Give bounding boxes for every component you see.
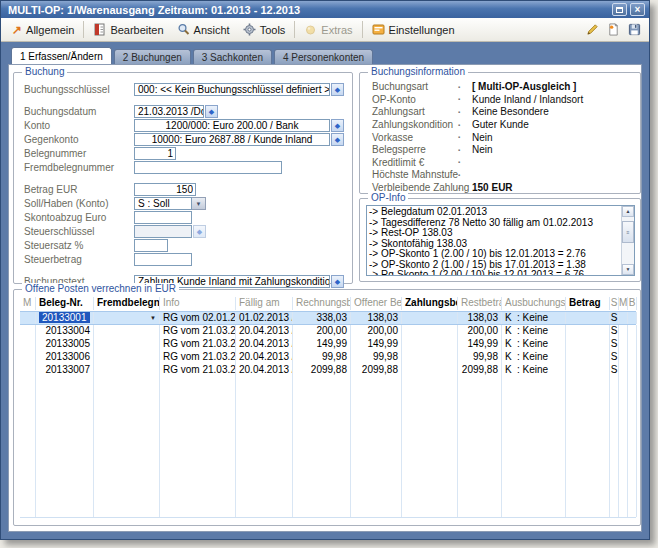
tab-erfassen-aendern[interactable]: 1 Erfassen/Ändern bbox=[11, 47, 112, 64]
buchungsdatum-combo[interactable]: 21.03.2013 /Do ◆ bbox=[134, 105, 218, 118]
col-header-m[interactable]: M bbox=[20, 297, 36, 310]
col-header-offener-betrag[interactable]: Offener Betrag bbox=[351, 297, 402, 310]
cell-zahlungsbetrag[interactable] bbox=[402, 338, 458, 351]
scrollbar-thumb[interactable]: ≡ bbox=[622, 221, 634, 243]
table-row[interactable]: 20133005 RG vom 21.03.2013 20.04.2013 /S… bbox=[20, 338, 636, 351]
cell-fremdbelegnummer[interactable] bbox=[94, 338, 160, 351]
cell-zahlungsbetrag[interactable] bbox=[402, 325, 458, 338]
tab-personenkonten[interactable]: 4 Personenkonten bbox=[274, 49, 373, 64]
lookup-icon[interactable]: ◆ bbox=[331, 275, 344, 288]
equals-icon: ▪ bbox=[458, 145, 472, 155]
fremdbelegnummer-input[interactable] bbox=[134, 161, 282, 174]
new-document-icon[interactable] bbox=[607, 23, 620, 36]
cell-betrag[interactable] bbox=[566, 325, 610, 338]
chevron-down-icon[interactable]: ▼ bbox=[192, 197, 206, 210]
selected-cell-value[interactable]: 20133001 bbox=[39, 312, 90, 323]
cell-fremdbelegnummer[interactable]: ▼ bbox=[94, 312, 160, 324]
col-header-fremdbelegnummer[interactable]: Fremdbelegnummer bbox=[94, 297, 160, 310]
col-header-m2[interactable]: M bbox=[619, 297, 628, 310]
cell-beleg-nr[interactable]: 20133006 bbox=[36, 351, 94, 364]
steuersatz-input[interactable] bbox=[134, 239, 168, 252]
table-row[interactable]: 20133001▼ ▼ RG vom 02.01.2013 01.02.2013… bbox=[20, 311, 636, 325]
cell-fremdbelegnummer[interactable] bbox=[94, 351, 160, 364]
lookup-icon[interactable]: ◆ bbox=[205, 105, 218, 118]
menu-tools[interactable]: Tools bbox=[237, 21, 292, 38]
menu-bearbeiten[interactable]: Bearbeiten bbox=[87, 21, 169, 38]
cell-faellig-am: 20.04.2013 /Sa bbox=[236, 364, 293, 377]
cell-m2 bbox=[619, 338, 628, 351]
op-info-scrollbar[interactable]: ▲ ≡ ▼ bbox=[621, 206, 634, 275]
lookup-icon[interactable]: ◆ bbox=[331, 133, 344, 146]
lookup-icon[interactable]: ◆ bbox=[331, 119, 344, 132]
cell-betrag[interactable] bbox=[566, 351, 610, 364]
cell-beleg-nr[interactable]: 20133005 bbox=[36, 338, 94, 351]
close-button[interactable]: × bbox=[630, 3, 645, 16]
col-header-b[interactable]: B bbox=[628, 297, 637, 310]
group-buchung-title: Buchung bbox=[22, 66, 67, 77]
soll-haben-combo[interactable]: S : Soll ▼ bbox=[134, 197, 206, 210]
col-header-rechnungsbetrag[interactable]: Rechnungsbetrag bbox=[293, 297, 351, 310]
save-icon[interactable] bbox=[628, 23, 641, 36]
binfo-row-op-konto: OP-Konto▪Kunde Inland / Inlandsort bbox=[372, 94, 634, 106]
pen-icon[interactable] bbox=[586, 23, 599, 36]
cell-beleg-nr[interactable]: 20133004 bbox=[36, 325, 94, 338]
col-header-restbetrag[interactable]: Restbetrag bbox=[458, 297, 502, 310]
tab-sachkonten[interactable]: 3 Sachkonten bbox=[193, 49, 272, 64]
menu-extras: Extras bbox=[298, 21, 358, 38]
cell-ausbuchungsart[interactable]: K: Keine bbox=[502, 325, 566, 338]
table-row[interactable]: 20133007 RG vom 21.03.2013 20.04.2013 /S… bbox=[20, 364, 636, 377]
restore-button[interactable] bbox=[612, 3, 627, 16]
binfo-row-zahlungsart: Zahlungsart▪Keine Besondere bbox=[372, 106, 634, 118]
cell-fremdbelegnummer[interactable] bbox=[94, 364, 160, 377]
konto-value[interactable]: 1200/000: Euro 200.00 / Bank bbox=[134, 119, 330, 132]
cell-betrag[interactable] bbox=[566, 338, 610, 351]
col-header-ausbuchungsart[interactable]: Ausbuchungsart bbox=[502, 297, 566, 310]
tab-buchungen[interactable]: 2 Buchungen bbox=[114, 49, 191, 64]
steuerbetrag-input[interactable] bbox=[134, 253, 192, 266]
buchungsdatum-value[interactable]: 21.03.2013 /Do bbox=[134, 105, 204, 118]
table-row[interactable]: 20133004 RG vom 21.03.2013 20.04.2013 /S… bbox=[20, 325, 636, 338]
chevron-down-icon[interactable]: ▼ bbox=[150, 312, 156, 324]
menu-einstellungen[interactable]: Einstellungen bbox=[366, 21, 461, 38]
belegnummer-input[interactable] bbox=[134, 147, 176, 160]
cell-offener-betrag: 149,99 bbox=[351, 338, 402, 351]
cell-zahlungsbetrag[interactable] bbox=[402, 312, 458, 324]
gegenkonto-combo[interactable]: 10000: Euro 2687.88 / Kunde Inland ◆ bbox=[134, 133, 344, 146]
scroll-down-icon[interactable]: ▼ bbox=[622, 264, 634, 275]
cell-fremdbelegnummer[interactable] bbox=[94, 325, 160, 338]
cell-beleg-nr[interactable]: 20133007 bbox=[36, 364, 94, 377]
col-header-zahlungsbetrag[interactable]: Zahlungsbetrag bbox=[402, 297, 458, 310]
col-header-info[interactable]: Info bbox=[160, 297, 236, 310]
cell-ausbuchungsart[interactable]: K: Keine bbox=[502, 364, 566, 377]
col-header-betrag[interactable]: Betrag bbox=[566, 297, 610, 310]
cell-ausbuchungsart[interactable]: K: Keine bbox=[502, 338, 566, 351]
cell-m2 bbox=[619, 312, 628, 324]
buchungsschluessel-combo[interactable]: 000: << Kein Buchungsschlüssel definiert… bbox=[134, 83, 344, 96]
skontoabzug-input[interactable] bbox=[134, 211, 192, 224]
cell-betrag[interactable] bbox=[566, 312, 610, 324]
notebook-icon bbox=[93, 23, 106, 36]
lookup-icon[interactable]: ◆ bbox=[331, 83, 344, 96]
cell-ausbuchungsart[interactable]: K: Keine bbox=[502, 312, 566, 324]
group-offene-posten-title: Offene Posten verrechnen in EUR bbox=[22, 283, 179, 294]
cell-beleg-nr[interactable]: 20133001▼ bbox=[36, 312, 94, 324]
menu-allgemein[interactable]: ↗ Allgemein bbox=[6, 22, 80, 38]
cell-zahlungsbetrag[interactable] bbox=[402, 351, 458, 364]
scrollbar-track[interactable]: ≡ bbox=[622, 217, 634, 264]
scroll-up-icon[interactable]: ▲ bbox=[622, 206, 634, 217]
col-header-s[interactable]: S bbox=[610, 297, 619, 310]
cell-value: : Keine bbox=[517, 338, 548, 349]
gegenkonto-value[interactable]: 10000: Euro 2687.88 / Kunde Inland bbox=[134, 133, 330, 146]
table-row[interactable]: 20133006 RG vom 21.03.2013 20.04.2013 /S… bbox=[20, 351, 636, 364]
cell-zahlungsbetrag[interactable] bbox=[402, 364, 458, 377]
buchungsschluessel-value[interactable]: 000: << Kein Buchungsschlüssel definiert… bbox=[134, 83, 330, 96]
soll-haben-value[interactable]: S : Soll bbox=[134, 197, 192, 210]
konto-combo[interactable]: 1200/000: Euro 200.00 / Bank ◆ bbox=[134, 119, 344, 132]
col-header-beleg-nr[interactable]: Beleg-Nr. bbox=[36, 297, 94, 310]
cell-ausbuchungsart[interactable]: K: Keine bbox=[502, 351, 566, 364]
app-window: MULTI-OP: 1/Warenausgang Zeitraum: 01.20… bbox=[0, 0, 650, 540]
cell-betrag[interactable] bbox=[566, 364, 610, 377]
menu-ansicht[interactable]: Ansicht bbox=[171, 21, 236, 38]
betrag-eur-input[interactable] bbox=[134, 183, 196, 196]
col-header-faellig-am[interactable]: Fällig am bbox=[236, 297, 293, 310]
